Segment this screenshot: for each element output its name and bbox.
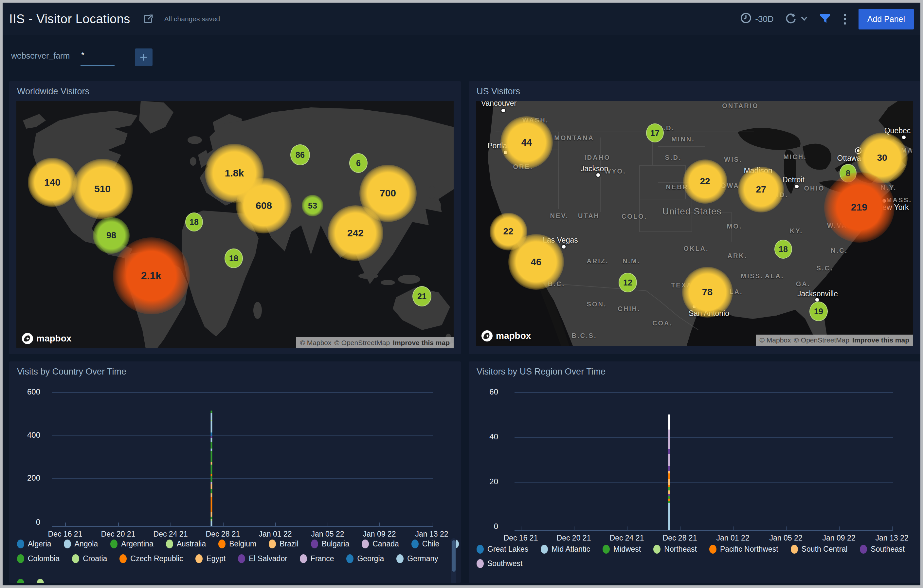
legend-item-algeria[interactable]: Algeria [17, 540, 51, 549]
legend-row: AlgeriaAngolaArgentinaAustraliaBelgiumBr… [17, 538, 461, 549]
legend-item-brazil[interactable]: Brazil [269, 540, 299, 549]
legend-item-egypt[interactable]: Egypt [195, 554, 225, 563]
time-range-button[interactable]: -30D [740, 12, 774, 26]
mapbox-wordmark: mapbox [496, 331, 531, 341]
map-bubble-46[interactable]: 46 [508, 234, 564, 290]
legend-item-southeast[interactable]: Southeast [860, 545, 905, 554]
legend-label: Germany [407, 554, 438, 563]
map-bubble-19[interactable]: 19 [810, 302, 828, 321]
legend-label: Colombia [28, 554, 59, 563]
legend-label: South Central [801, 545, 848, 554]
legend-item-great-lakes[interactable]: Great Lakes [476, 545, 528, 554]
refresh-button[interactable] [784, 12, 808, 26]
map-bubble-608[interactable]: 608 [236, 178, 292, 233]
map-bubble-140[interactable]: 140 [28, 158, 77, 207]
map-bubble-18[interactable]: 18 [774, 240, 792, 259]
attr-improve-link[interactable]: Improve this map [852, 336, 909, 344]
legend-item-midwest[interactable]: Midwest [603, 545, 641, 554]
legend-swatch [709, 545, 716, 554]
map-bubble-17[interactable]: 17 [646, 123, 664, 143]
legend-label: Canada [373, 540, 399, 549]
legend-item-northeast[interactable]: Northeast [653, 545, 697, 554]
legend-label: Mid Atlantic [552, 545, 590, 554]
legend-item-france[interactable]: France [300, 554, 334, 563]
map-bubble-12[interactable]: 12 [619, 273, 637, 292]
legend-item-southwest[interactable]: Southwest [476, 559, 522, 568]
legend-item-georgia[interactable]: Georgia [346, 554, 384, 563]
map-attribution: © Mapbox © OpenStreetMap Improve this ma… [296, 337, 454, 348]
legend-item-czech-republic[interactable]: Czech Republic [120, 554, 183, 563]
mapbox-icon [481, 330, 493, 342]
legend-scrollbar-thumb[interactable] [452, 540, 456, 572]
us-map[interactable]: WASH.MONTANAN.D.MINN.ORE.IDAHOWYO.S.D.WI… [476, 101, 913, 346]
legend-swatch [64, 540, 71, 549]
legend-label: Southeast [870, 545, 905, 554]
world-map[interactable]: 140510982.1k18181.8k6088653670024221 map… [16, 101, 454, 348]
legend-swatch [476, 559, 484, 568]
filter-value-input[interactable]: * [81, 51, 84, 60]
legend-item-south-central[interactable]: South Central [791, 545, 848, 554]
add-filter-button[interactable]: + [135, 48, 153, 66]
filter-name-label: webserver_farm [11, 51, 70, 61]
legend-row: ColombiaCroatiaCzech RepublicEgyptEl Sal… [17, 553, 438, 564]
legend-item-el-salvador[interactable]: El Salvador [238, 554, 287, 563]
legend-item-colombia[interactable]: Colombia [17, 554, 59, 563]
legend-item-belgium[interactable]: Belgium [218, 540, 256, 549]
legend-item-germany[interactable]: Germany [396, 554, 438, 563]
map-bubble-2.1k[interactable]: 2.1k [113, 237, 190, 314]
map-bubble-22[interactable]: 22 [683, 159, 727, 204]
legend-swatch [653, 545, 660, 554]
attr-osm[interactable]: © OpenStreetMap [794, 336, 850, 344]
legend-swatch [311, 540, 318, 549]
map-bubble-86[interactable]: 86 [290, 145, 310, 165]
autosave-status: All changes saved [164, 15, 220, 23]
legend-item-partial[interactable] [37, 579, 44, 583]
legend-item-mid-atlantic[interactable]: Mid Atlantic [541, 545, 590, 554]
legend-swatch [110, 540, 118, 549]
legend-label: Australia [177, 540, 206, 549]
map-bubble-510[interactable]: 510 [72, 159, 133, 219]
attr-mapbox[interactable]: © Mapbox [760, 336, 791, 344]
legend-label: Bulgaria [322, 540, 349, 549]
attr-mapbox[interactable]: © Mapbox [300, 339, 332, 347]
page-title: IIS - Visitor Locations [9, 12, 130, 26]
legend-swatch [166, 540, 173, 549]
filter-icon[interactable] [819, 12, 831, 26]
attr-osm[interactable]: © OpenStreetMap [335, 339, 390, 347]
share-icon[interactable] [142, 13, 154, 25]
mapbox-logo[interactable]: mapbox [21, 333, 71, 345]
map-bubble-78[interactable]: 78 [682, 267, 733, 317]
map-bubble-6[interactable]: 6 [349, 153, 368, 173]
legend-item-croatia[interactable]: Croatia [72, 554, 107, 563]
map-attribution: © Mapbox © OpenStreetMap Improve this ma… [756, 335, 913, 346]
legend-label: Chile [422, 540, 439, 549]
panel-visits-by-country: Visits by Country Over Time 6004002000De… [9, 361, 461, 583]
time-range-label: -30D [755, 14, 774, 24]
clock-icon [740, 12, 752, 26]
map-bubble-53[interactable]: 53 [302, 195, 324, 217]
legend-item-australia[interactable]: Australia [166, 540, 206, 549]
legend-swatch [541, 545, 548, 554]
legend-item-angola[interactable]: Angola [64, 540, 98, 549]
legend-item-partial[interactable] [17, 579, 24, 583]
map-bubble-242[interactable]: 242 [328, 205, 383, 261]
map-bubble-18[interactable]: 18 [225, 248, 243, 268]
kebab-menu-icon[interactable] [842, 14, 848, 25]
mapbox-logo[interactable]: mapbox [481, 330, 531, 342]
legend-item-canada[interactable]: Canada [362, 540, 399, 549]
map-bubble-21[interactable]: 21 [412, 286, 431, 306]
legend-swatch [218, 540, 225, 549]
map-bubble-18[interactable]: 18 [185, 212, 203, 232]
map-bubble-219[interactable]: 219 [824, 172, 895, 243]
legend-item-argentina[interactable]: Argentina [110, 540, 153, 549]
map-bubble-27[interactable]: 27 [738, 167, 784, 212]
legend-swatch [72, 554, 79, 563]
add-panel-button[interactable]: Add Panel [859, 9, 914, 30]
chevron-down-icon [800, 14, 808, 24]
legend-swatch [300, 554, 307, 563]
legend-item-pacific-northwest[interactable]: Pacific Northwest [709, 545, 778, 554]
legend-item-bulgaria[interactable]: Bulgaria [311, 540, 349, 549]
legend-item-chile[interactable]: Chile [411, 540, 439, 549]
map-bubble-44[interactable]: 44 [501, 116, 553, 169]
attr-improve-link[interactable]: Improve this map [393, 339, 450, 347]
